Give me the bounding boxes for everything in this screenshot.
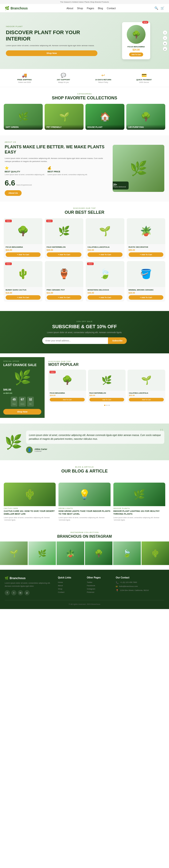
about-stat: 6.6 Years Experienced — [5, 179, 109, 187]
email-icon: ✉ — [116, 585, 118, 588]
product-price-8: $28.00 — [129, 292, 164, 294]
nav-about[interactable]: About — [67, 7, 73, 10]
instagram-icon[interactable]: in — [163, 41, 167, 46]
instagram-item-3[interactable]: 🪴 — [56, 541, 84, 565]
collection-house-plant[interactable]: 🏠 HOUSE PLANT — [85, 104, 124, 130]
footer-brand-col: 🌿 Branchous Lorem ipsum dolor sit amet, … — [5, 576, 53, 595]
popular-name-1: FICUS BENJAMINA — [50, 392, 85, 394]
about-cta[interactable]: About Us — [5, 190, 22, 196]
countdown-min-num: 32 — [29, 398, 32, 401]
nav-blog[interactable]: Blog — [98, 7, 103, 10]
footer-link-instagram[interactable]: Instagram — [87, 588, 111, 590]
collection-overlay-4: AIR PURIFYING — [126, 125, 165, 130]
product-img-2: SALE 🌿 — [45, 218, 84, 244]
add-cart-7[interactable]: + Add To Cart — [88, 295, 123, 300]
instagram-item-2[interactable]: 🌿 — [29, 541, 56, 565]
pinterest-icon[interactable]: p — [163, 47, 167, 51]
add-cart-1[interactable]: + Add To Cart — [6, 252, 41, 257]
footer-link-facebook[interactable]: Facebook — [87, 585, 111, 587]
hero-plant-card: NEW 🌳 FICUS BENJAMINA $24.00 Add To Cart — [122, 22, 150, 59]
countdown-hours-num: 67 — [20, 398, 24, 401]
blog-card-2: 💡 GROW LIGHTS HOW GROW LIGHTS TAKE YOUR … — [58, 483, 110, 521]
popular-add-3[interactable]: Add To Cart — [129, 398, 164, 401]
footer-facebook-icon[interactable]: f — [5, 590, 10, 595]
countdown-min-label: Min — [29, 403, 32, 405]
instagram-item-5[interactable]: 🍃 — [113, 541, 141, 565]
collection-gift-green[interactable]: 🌿 GIFT GREEN — [4, 104, 43, 130]
product-price-6: $22.00 — [47, 292, 82, 294]
popular-add-2[interactable]: Add To Cart — [89, 398, 124, 401]
footer-link-pinterest[interactable]: Pinterest — [87, 591, 111, 593]
about-left: About Us PLANTS MAKE LIFE BETTER. WE MAK… — [5, 141, 109, 196]
footer-email: ✉ hello@branchous.com — [116, 585, 164, 588]
footer-instagram-icon[interactable]: in — [18, 590, 23, 595]
add-cart-6[interactable]: + Add To Cart — [47, 295, 82, 300]
add-to-cart-hero[interactable]: Add To Cart — [129, 53, 143, 57]
dot-1[interactable] — [104, 405, 105, 406]
sale-badge-1: SALE — [5, 220, 12, 222]
add-cart-4[interactable]: + Add To Cart — [129, 252, 164, 257]
add-cart-5[interactable]: + Add To Cart — [6, 295, 41, 300]
footer-contact-col: Our Contact 📞 +1 (0) 123 456 7890 ✉ hell… — [116, 576, 164, 595]
dot-2[interactable] — [106, 405, 108, 406]
twitter-icon[interactable]: t — [163, 36, 167, 40]
collection-air-purifying[interactable]: 🌳 AIR PURIFYING — [126, 104, 165, 130]
instagram-tag: Instagram Collection — [0, 531, 169, 533]
about-section: About Us PLANTS MAKE LIFE BETTER. WE MAK… — [0, 135, 169, 202]
add-cart-2[interactable]: + Add To Cart — [47, 252, 82, 257]
footer-link-shop[interactable]: Shop — [58, 588, 82, 590]
instagram-item-4[interactable]: 🌳 — [85, 541, 113, 565]
last-chance-price: $46.00 — [3, 388, 41, 391]
cart-icon[interactable]: 🛒 — [161, 6, 164, 10]
sale-badge-7: SALE — [87, 262, 94, 265]
nav-contact[interactable]: Contact — [107, 7, 116, 10]
product-img-5: SALE 🌵 — [4, 261, 42, 287]
about-image: 🌿 20+ Plants Delivered — [113, 145, 164, 192]
last-chance-cta[interactable]: Shop Now — [3, 409, 41, 414]
blog-tag-1: CACTUS CARE — [4, 507, 56, 509]
feature-payment-title: QUICK PAYMENT — [136, 79, 152, 81]
footer-link-contact[interactable]: Contact — [58, 591, 82, 593]
product-img-3: 🌱 — [86, 218, 124, 244]
popular-add-1[interactable]: Add To Cart — [50, 398, 85, 401]
plant-name: FICUS BENJAMINA — [125, 46, 147, 48]
nav-pages[interactable]: Pages — [87, 7, 94, 10]
facebook-icon[interactable]: f — [163, 31, 167, 35]
search-icon[interactable]: 🔍 — [155, 6, 158, 10]
plant-price: $24.00 — [125, 49, 147, 51]
product-name-1: FICUS BENJAMINA — [6, 246, 41, 248]
product-price-7: $35.00 — [88, 292, 123, 294]
footer-link-twitter[interactable]: Twitter — [87, 581, 111, 583]
blog-title-3: INDOOR PLANT LIGHTING 101 FOR HEALTHY TH… — [113, 510, 165, 515]
last-chance-plant-image: 🌿 — [3, 369, 41, 386]
product-card-7: SALE 🍃 MONSTERA DELICIOUS $35.00 + Add T… — [86, 261, 124, 302]
dot-3[interactable] — [109, 405, 110, 406]
subscribe-button[interactable]: Subscribe — [108, 337, 127, 344]
instagram-item-6[interactable]: 🌵 — [141, 541, 169, 565]
feature-support-sub: Always for you — [58, 82, 69, 83]
footer-pinterest-icon[interactable]: p — [25, 590, 30, 595]
collections-grid: 🌿 GIFT GREEN 🌱 PET FRIENDLY 🏠 HOUSE PLAN… — [0, 104, 169, 135]
most-popular-title: MOST POPULAR — [48, 363, 165, 367]
footer-link-home[interactable]: Home — [58, 581, 82, 583]
nav-shop[interactable]: Shop — [77, 7, 83, 10]
instagram-item-1[interactable]: 🌱 — [0, 541, 28, 565]
footer-logo-text: Branchous — [10, 576, 26, 580]
product-name-7: MONSTERA DELICIOUS — [88, 289, 123, 291]
product-name-8: MINIMAL BROWN CERAMIC — [129, 289, 164, 291]
feature-return-sub: Return Policy — [98, 82, 108, 83]
collection-pet-friendly[interactable]: 🌱 PET FRIENDLY — [45, 104, 84, 130]
about-feature-quality: ⭐ BEST QUALITY Lorem ipsum dolor sit ame… — [5, 166, 45, 176]
popular-products-grid: SALE 🌳 FICUS BENJAMINA $34.00 Add To Car… — [48, 370, 165, 403]
footer-link-about[interactable]: About — [58, 585, 82, 587]
footer-description: Lorem ipsum dolor sit amet, consectetur … — [5, 582, 53, 588]
instagram-title: BRANCHOUS ON INSTAGRAM — [0, 534, 169, 539]
add-cart-3[interactable]: + Add To Cart — [88, 252, 123, 257]
testimonial-text-block: Lorem ipsum dolor sit amet, consectetur … — [26, 431, 164, 453]
add-cart-8[interactable]: + Add To Cart — [129, 295, 164, 300]
footer-twitter-icon[interactable]: t — [11, 590, 16, 595]
collection-overlay: GIFT GREEN — [4, 125, 43, 130]
subscribe-email-input[interactable] — [42, 337, 108, 344]
hero-cta[interactable]: Shop Now — [6, 51, 97, 56]
blog-card-3: 🌿 INDOOR PLANTS INDOOR PLANT LIGHTING 10… — [113, 483, 165, 521]
